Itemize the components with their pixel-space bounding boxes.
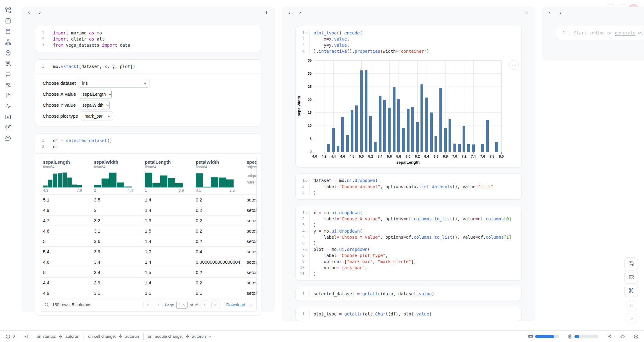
terminal-button[interactable] — [19, 334, 33, 339]
save-button[interactable] — [624, 257, 638, 270]
connection-status-button[interactable] — [629, 334, 639, 339]
stop-button[interactable] — [626, 300, 637, 312]
prev-page-button[interactable]: ‹ — [154, 301, 163, 309]
fold-chevron-icon[interactable] — [305, 50, 308, 53]
last-page-button[interactable]: » — [211, 301, 220, 309]
code-editor[interactable]: 1plot_type().encode(2 x=x.value,3 y=y.va… — [296, 26, 521, 58]
run-button[interactable] — [626, 313, 637, 324]
fold-chevron-icon[interactable] — [305, 242, 308, 245]
plot-type-select[interactable]: mark_bar — [81, 112, 113, 120]
column-next-button[interactable]: › — [560, 10, 562, 15]
fold-chevron-icon[interactable] — [44, 44, 48, 47]
plot-area[interactable]: 4.04.24.44.64.85.05.25.45.65.86.06.26.46… — [315, 61, 501, 152]
on-module-change-mode[interactable]: on module change: autorun — [144, 334, 216, 339]
packages-icon[interactable] — [4, 49, 12, 56]
fold-chevron-icon[interactable] — [305, 32, 308, 34]
logs-icon[interactable] — [4, 60, 12, 67]
altair-chart-output[interactable]: sepalWidth 4.04.24.44.64.85.05.25.45.65.… — [296, 58, 521, 167]
help-icon[interactable] — [4, 135, 12, 141]
fold-chevron-icon[interactable] — [305, 218, 308, 220]
fold-chevron-icon[interactable] — [305, 212, 308, 214]
snippets-icon[interactable] — [4, 113, 12, 120]
documentation-icon[interactable] — [4, 92, 12, 99]
chart-menu-button[interactable] — [509, 60, 519, 70]
fold-chevron-icon[interactable] — [305, 266, 308, 269]
code-editor[interactable]: 1x = mo.ui.dropdown(2 label="Choose X va… — [296, 206, 521, 280]
next-page-button[interactable]: › — [201, 301, 209, 309]
layout-button[interactable] — [624, 271, 638, 283]
outline-search-icon[interactable] — [4, 81, 12, 88]
dependencies-icon[interactable] — [4, 39, 12, 45]
bar-mark — [379, 96, 381, 152]
code-editor[interactable]: 1df = selected_dataset()2df — [35, 134, 261, 153]
on-startup-mode[interactable]: on startup: autorun — [33, 334, 84, 339]
add-cell-button[interactable]: + — [525, 9, 529, 16]
dataset-select[interactable]: iris — [79, 79, 149, 87]
y-tick-label: 10 — [301, 124, 312, 127]
download-button[interactable]: Download — [226, 302, 252, 307]
fold-chevron-icon[interactable] — [305, 254, 308, 257]
ai-chat-icon[interactable] — [4, 71, 12, 77]
fold-chevron-icon[interactable] — [305, 260, 308, 263]
fold-chevron-icon[interactable] — [305, 293, 308, 295]
file-explorer-icon[interactable] — [4, 7, 12, 13]
column-prev-button[interactable]: ‹ — [549, 10, 551, 15]
page-select[interactable]: 1 — [176, 301, 188, 309]
table-column-header[interactable]: sepalWidthfloat6424.4 — [91, 159, 142, 194]
x-select[interactable]: sepalLength — [79, 90, 112, 98]
table-column-header[interactable]: petalWidthfloat640.12.5 — [193, 159, 244, 194]
fold-chevron-icon[interactable] — [305, 191, 308, 194]
code-editor[interactable]: 1mo.vstack([dataset, x, y, plot]) — [35, 60, 261, 73]
scratchpad-icon[interactable] — [4, 124, 12, 131]
fold-chevron-icon[interactable] — [305, 38, 308, 41]
fold-chevron-icon[interactable] — [44, 38, 48, 41]
fold-chevron-icon[interactable] — [305, 236, 308, 239]
y-select[interactable]: sepalWidth — [79, 101, 110, 109]
table-column-header[interactable]: sepalLengthfloat644.37.9 — [40, 159, 91, 194]
code-editor[interactable]: 1import marimo as mo2import altair as al… — [35, 26, 261, 52]
fold-chevron-icon[interactable] — [305, 179, 308, 182]
column-prev-button[interactable]: ‹ — [288, 10, 290, 15]
fold-chevron-icon[interactable] — [44, 65, 48, 68]
ai-assist-button[interactable] — [603, 334, 616, 339]
fold-chevron-icon[interactable] — [44, 145, 48, 148]
code-editor[interactable]: 1 Start coding or generate with — [556, 26, 644, 40]
generate-link[interactable]: generate — [615, 30, 635, 35]
column-next-button[interactable]: › — [39, 10, 41, 15]
fold-chevron-icon[interactable] — [305, 230, 308, 233]
fold-chevron-icon[interactable] — [305, 185, 308, 188]
fold-chevron-icon[interactable] — [305, 313, 308, 315]
table-column-header[interactable]: speciesobjectunique:nulls: — [244, 159, 257, 194]
errors-indicator[interactable]: 0 — [5, 334, 19, 339]
code-editor[interactable]: 1selected_dataset = getattr(data, datase… — [296, 287, 521, 301]
y-tick-label: 5 — [301, 137, 312, 141]
column-next-button[interactable]: › — [299, 10, 301, 15]
fold-chevron-icon[interactable] — [305, 44, 308, 47]
datasources-icon[interactable] — [4, 28, 12, 35]
fold-chevron-icon[interactable] — [305, 224, 308, 226]
table-body: 5.13.51.40.2setosa4.931.40.2setosa4.73.2… — [40, 194, 256, 298]
search-icon[interactable] — [44, 302, 49, 307]
code-line: 3) — [296, 222, 521, 228]
code-editor[interactable]: 1dataset = mo.ui.dropdown(2 label="Choos… — [296, 174, 521, 199]
bar-mark — [346, 135, 349, 152]
bar-mark — [397, 99, 400, 152]
add-cell-button[interactable]: + — [265, 9, 268, 16]
ai-agent-button[interactable] — [616, 334, 629, 339]
fold-chevron-icon[interactable] — [305, 273, 308, 275]
on-cell-change-mode[interactable]: on cell change: autorun — [84, 334, 143, 339]
keyboard-shortcuts-button[interactable]: ⌘ — [624, 284, 638, 297]
variables-icon[interactable] — [4, 17, 12, 24]
fold-chevron-icon[interactable] — [305, 248, 308, 251]
bar-mark — [402, 128, 405, 152]
dataset-control-row: Choose dataset iris — [43, 79, 254, 87]
fold-chevron-icon[interactable] — [44, 32, 48, 34]
bar-mark — [416, 122, 419, 152]
fold-chevron-icon[interactable] — [44, 139, 48, 142]
first-page-button[interactable]: « — [143, 301, 152, 309]
table-column-header[interactable]: petalLengthfloat6416.9 — [142, 159, 193, 194]
tracing-icon[interactable] — [4, 103, 12, 109]
column-prev-button[interactable]: ‹ — [28, 10, 30, 15]
code-editor[interactable]: 1plot_type = getattr(alt.Chart(df), plot… — [296, 307, 521, 321]
column-histogram — [196, 172, 235, 187]
